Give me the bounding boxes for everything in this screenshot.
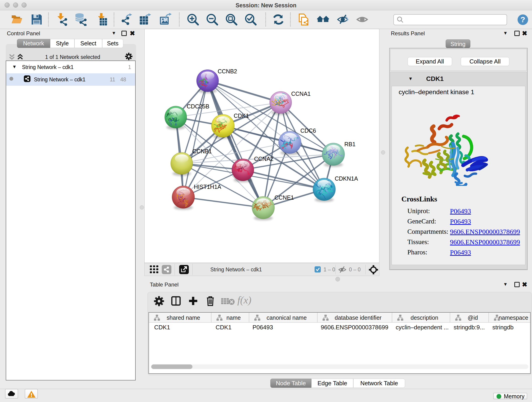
svg-text:RB1: RB1 <box>344 141 355 147</box>
svg-text:CCNA1: CCNA1 <box>291 90 311 97</box>
svg-text:?: ? <box>520 15 525 24</box>
svg-text:CCNA2: CCNA2 <box>254 156 273 162</box>
svg-text:HIST1H1A: HIST1H1A <box>194 184 221 190</box>
svg-text:CDK1: CDK1 <box>234 113 249 119</box>
svg-text:CCNE1: CCNE1 <box>274 194 294 201</box>
svg-text:CDC25B: CDC25B <box>187 103 209 109</box>
svg-text:CCNB1: CCNB1 <box>192 148 212 154</box>
svg-text:CDKN1A: CDKN1A <box>335 175 358 182</box>
svg-text:CCNB2: CCNB2 <box>218 68 237 75</box>
svg-text:CDC6: CDC6 <box>300 128 316 134</box>
